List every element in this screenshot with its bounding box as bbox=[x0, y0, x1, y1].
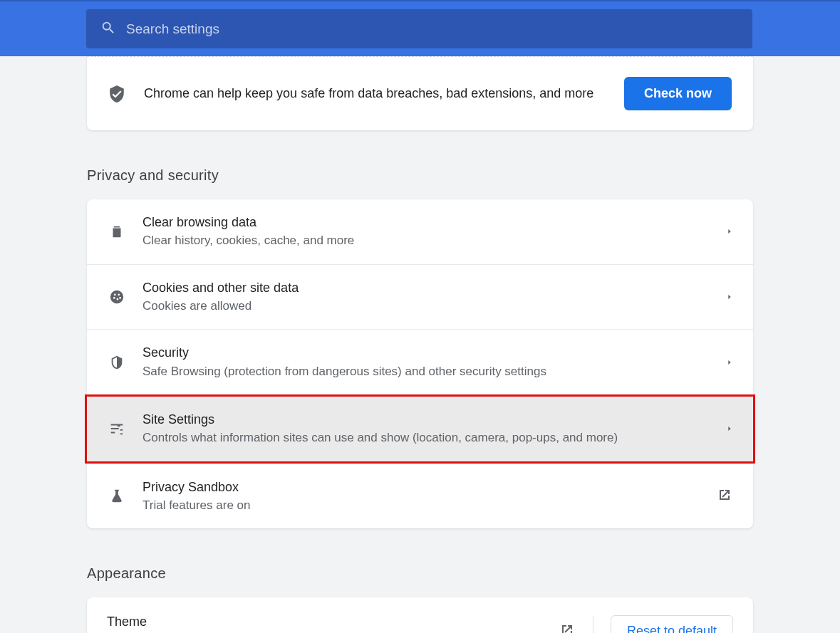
row-sub: Clear history, cookies, cache, and more bbox=[142, 231, 726, 250]
cookie-icon bbox=[107, 289, 127, 305]
row-sub: Trial features are on bbox=[142, 496, 716, 515]
chevron-right-icon bbox=[726, 225, 733, 238]
safety-text: Chrome can help keep you safe from data … bbox=[144, 86, 624, 101]
clear-browsing-data-row[interactable]: Clear browsing data Clear history, cooki… bbox=[87, 199, 753, 264]
row-title: Privacy Sandbox bbox=[142, 478, 716, 496]
open-external-icon bbox=[716, 486, 733, 506]
chevron-right-icon bbox=[726, 422, 733, 435]
check-now-button[interactable]: Check now bbox=[624, 77, 732, 110]
privacy-section-title: Privacy and security bbox=[87, 167, 753, 184]
search-box[interactable] bbox=[86, 9, 752, 48]
safety-check-card: Chrome can help keep you safe from data … bbox=[87, 56, 753, 130]
tune-icon bbox=[107, 421, 127, 436]
flask-icon bbox=[107, 488, 127, 504]
search-icon bbox=[100, 20, 116, 38]
row-sub: Controls what information sites can use … bbox=[142, 429, 726, 447]
shield-icon bbox=[107, 355, 127, 370]
open-external-icon bbox=[559, 622, 576, 633]
row-title: Clear browsing data bbox=[142, 214, 726, 231]
row-title: Cookies and other site data bbox=[142, 279, 726, 297]
search-input[interactable] bbox=[126, 21, 738, 37]
header-bar bbox=[0, 0, 840, 56]
appearance-card: Theme Just Black Reset to default bbox=[87, 597, 753, 633]
cookies-row[interactable]: Cookies and other site data Cookies are … bbox=[87, 264, 753, 330]
row-sub: Safe Browsing (protection from dangerous… bbox=[142, 362, 726, 381]
row-title: Security bbox=[142, 344, 726, 362]
privacy-sandbox-row[interactable]: Privacy Sandbox Trial features are on bbox=[87, 464, 753, 529]
theme-row[interactable]: Theme Just Black Reset to default bbox=[87, 597, 753, 633]
divider bbox=[593, 616, 593, 633]
row-sub: Cookies are allowed bbox=[142, 297, 726, 315]
trash-icon bbox=[107, 224, 127, 239]
row-title: Site Settings bbox=[142, 411, 726, 429]
reset-to-default-button[interactable]: Reset to default bbox=[611, 615, 733, 633]
privacy-card: Clear browsing data Clear history, cooki… bbox=[87, 199, 753, 528]
shield-check-icon bbox=[107, 85, 127, 103]
appearance-section-title: Appearance bbox=[87, 565, 753, 582]
site-settings-row[interactable]: Site Settings Controls what information … bbox=[85, 394, 755, 464]
security-row[interactable]: Security Safe Browsing (protection from … bbox=[87, 329, 753, 394]
theme-title: Theme bbox=[107, 613, 559, 631]
chevron-right-icon bbox=[726, 356, 733, 369]
chevron-right-icon bbox=[726, 291, 733, 303]
